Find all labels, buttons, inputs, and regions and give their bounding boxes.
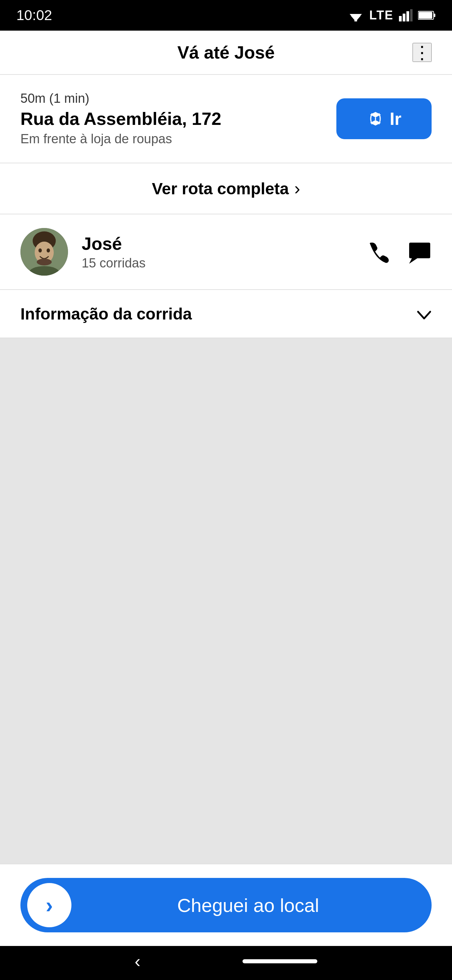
arrived-chevron-circle: › <box>27 883 71 927</box>
destination-meta: 50m (1 min) <box>21 91 221 106</box>
home-indicator <box>243 959 317 963</box>
phone-icon <box>368 240 392 264</box>
network-label: LTE <box>370 8 393 22</box>
svg-rect-18 <box>409 243 430 258</box>
go-button[interactable]: Ir <box>336 98 431 139</box>
svg-rect-8 <box>419 12 432 19</box>
avatar <box>21 228 68 275</box>
contact-card: José 15 corridas <box>0 215 452 290</box>
call-button[interactable] <box>368 240 392 264</box>
message-icon <box>408 240 431 264</box>
see-route-row[interactable]: Ver rota completa › <box>0 163 452 215</box>
contact-actions <box>368 240 431 264</box>
go-button-label: Ir <box>390 108 402 129</box>
svg-point-15 <box>47 248 50 253</box>
avatar-image <box>21 228 68 275</box>
map-area <box>0 338 452 864</box>
svg-rect-4 <box>403 14 405 21</box>
battery-icon <box>418 11 436 20</box>
svg-point-16 <box>37 259 52 266</box>
status-time: 10:02 <box>16 7 52 24</box>
header-menu-button[interactable]: ⋮ <box>412 43 431 62</box>
contact-rides: 15 corridas <box>82 256 354 270</box>
bottom-action: › Cheguei ao local <box>0 864 452 946</box>
destination-card: 50m (1 min) Rua da Assembléia, 172 Em fr… <box>0 75 452 163</box>
destination-note: Em frente à loja de roupas <box>21 132 221 146</box>
svg-rect-3 <box>399 16 402 21</box>
svg-rect-9 <box>434 14 435 17</box>
svg-marker-19 <box>409 258 417 264</box>
wifi-icon <box>347 9 364 21</box>
destination-address: Rua da Assembléia, 172 <box>21 108 221 129</box>
ride-info-row[interactable]: Informação da corrida <box>0 290 452 338</box>
header: Vá até José ⋮ <box>0 30 452 75</box>
message-button[interactable] <box>408 240 431 264</box>
status-bar: 10:02 LTE <box>0 0 452 30</box>
see-route-text: Ver rota completa <box>152 179 289 198</box>
chevron-down-icon <box>417 304 431 324</box>
svg-rect-6 <box>410 9 412 21</box>
arrived-button[interactable]: › Cheguei ao local <box>21 878 431 932</box>
route-icon <box>366 110 384 127</box>
svg-point-14 <box>38 248 42 253</box>
header-title: Vá até José <box>177 42 274 63</box>
ride-info-label: Informação da corrida <box>21 305 192 323</box>
signal-icon <box>399 9 412 21</box>
contact-info: José 15 corridas <box>82 234 354 270</box>
bottom-nav: ‹ <box>0 946 452 980</box>
arrived-chevron-icon: › <box>46 892 53 918</box>
status-icons: LTE <box>347 8 436 22</box>
destination-info: 50m (1 min) Rua da Assembléia, 172 Em fr… <box>21 91 221 146</box>
back-icon[interactable]: ‹ <box>135 951 140 972</box>
svg-rect-5 <box>406 11 409 21</box>
arrived-label: Cheguei ao local <box>71 894 431 916</box>
contact-name: José <box>82 234 354 254</box>
chevron-right-icon: › <box>294 178 300 199</box>
